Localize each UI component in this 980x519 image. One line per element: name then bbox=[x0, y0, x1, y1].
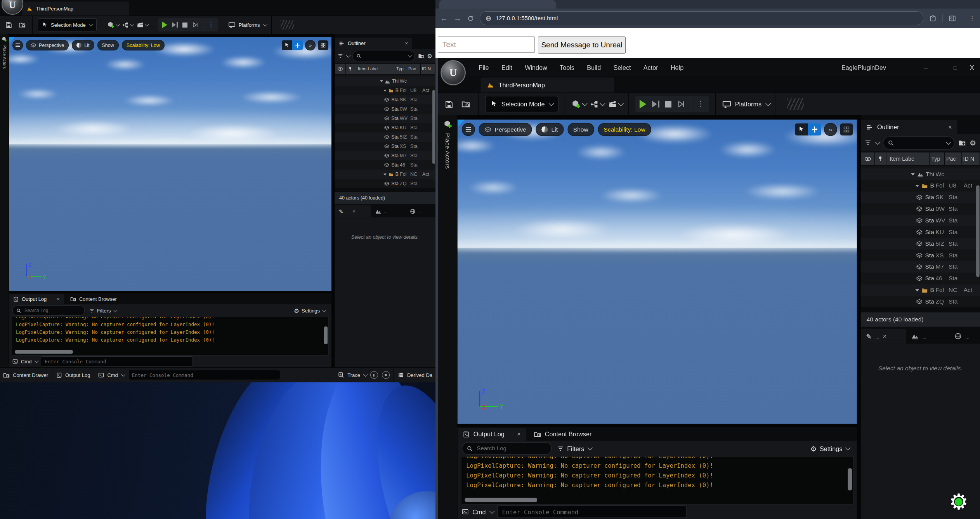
pixel-stream-area[interactable]: U File Edit Window Tools Build Select Ac… bbox=[438, 58, 980, 519]
window-close-button[interactable]: X bbox=[970, 64, 974, 71]
frame-skip-button[interactable] bbox=[172, 22, 178, 28]
frame-skip-button[interactable] bbox=[652, 101, 659, 107]
scalability-button[interactable]: Scalability: Low bbox=[122, 40, 165, 50]
new-folder-icon[interactable] bbox=[418, 53, 424, 59]
add-actor-button[interactable] bbox=[107, 21, 119, 29]
place-actors-strip[interactable]: Place Actors bbox=[0, 34, 9, 367]
filter-icon[interactable] bbox=[338, 53, 343, 59]
side-panel-icon[interactable] bbox=[949, 15, 956, 22]
gear-icon[interactable]: ⚙ bbox=[970, 139, 976, 146]
log-search-box[interactable] bbox=[462, 442, 552, 455]
viewport-menu-button[interactable] bbox=[12, 40, 23, 50]
level-viewport[interactable]: Perspective Lit Show Scalability: Low » bbox=[458, 120, 857, 424]
table-row[interactable]: Sta5IZSta bbox=[861, 238, 980, 250]
stream-settings-gear-button[interactable]: ⚙ bbox=[948, 491, 970, 513]
more-tools-button[interactable]: » bbox=[824, 123, 837, 136]
viewport-layout-button[interactable] bbox=[318, 40, 328, 50]
chevron-down-icon[interactable] bbox=[346, 53, 350, 57]
package-column-header[interactable]: Pac bbox=[945, 153, 961, 165]
type-column-header[interactable]: Typ bbox=[930, 153, 944, 165]
vertical-scrollbar[interactable] bbox=[848, 468, 852, 490]
stop-button[interactable] bbox=[665, 101, 671, 107]
browser-tab[interactable] bbox=[439, 0, 556, 9]
log-settings-dropdown[interactable]: ⚙ Settings bbox=[810, 445, 853, 452]
cmd-label[interactable]: Cmd bbox=[21, 359, 31, 365]
menu-window[interactable]: Window bbox=[525, 64, 547, 71]
derived-data-button[interactable]: Derived Da bbox=[398, 372, 432, 378]
tab-output-log[interactable]: Output Log × bbox=[458, 428, 526, 441]
lit-button[interactable]: Lit bbox=[72, 40, 94, 50]
horizontal-scrollbar[interactable] bbox=[465, 498, 537, 502]
place-actors-strip[interactable]: Place Actors bbox=[438, 115, 457, 519]
move-tool-button[interactable] bbox=[808, 123, 821, 135]
platforms-dropdown[interactable]: Platforms bbox=[228, 21, 266, 29]
perspective-button[interactable]: Perspective bbox=[479, 123, 532, 136]
visibility-column-header[interactable] bbox=[335, 64, 345, 74]
play-options-menu[interactable]: ⋮ bbox=[697, 100, 704, 108]
perspective-button[interactable]: Perspective bbox=[26, 40, 69, 50]
advance-button[interactable] bbox=[192, 22, 198, 28]
tab-content-browser[interactable]: Content Browser bbox=[526, 428, 599, 441]
table-row[interactable]: StaXSSta bbox=[335, 142, 435, 151]
back-button[interactable]: ← bbox=[440, 14, 448, 22]
filters-dropdown[interactable]: Filters bbox=[557, 445, 591, 452]
item-label-column-header[interactable]: Item Labe bbox=[355, 64, 395, 74]
table-row[interactable]: Sta46Sta bbox=[335, 160, 435, 170]
expand-arrow-icon[interactable] bbox=[915, 184, 919, 187]
table-row[interactable]: StaM7Sta bbox=[335, 151, 435, 160]
close-icon[interactable]: × bbox=[883, 333, 886, 339]
tab-world-settings[interactable]: ... bbox=[906, 329, 932, 344]
extensions-icon[interactable] bbox=[929, 15, 937, 22]
content-browser-button[interactable] bbox=[17, 20, 27, 30]
play-button[interactable] bbox=[162, 21, 167, 28]
content-drawer-button[interactable]: Content Drawer bbox=[3, 372, 48, 378]
table-row[interactable]: StaZQSta bbox=[335, 179, 435, 188]
close-icon[interactable]: × bbox=[352, 209, 356, 214]
browser-menu-button[interactable]: ⋮ bbox=[969, 14, 975, 23]
blueprints-button[interactable] bbox=[122, 22, 133, 28]
minimize-button[interactable]: – bbox=[924, 64, 928, 71]
type-column-header[interactable]: Typ bbox=[395, 64, 407, 74]
outliner-scrollbar[interactable] bbox=[432, 90, 435, 164]
site-info-globe-icon[interactable] bbox=[486, 16, 491, 21]
save-button[interactable] bbox=[3, 20, 14, 30]
tab-output-log[interactable]: Output Log × bbox=[9, 294, 64, 304]
id-column-header[interactable]: ID N bbox=[962, 153, 980, 165]
table-row[interactable]: StaZQSta bbox=[861, 296, 980, 307]
blueprints-button[interactable] bbox=[590, 100, 604, 108]
log-search-input[interactable] bbox=[476, 444, 547, 452]
select-tool-button[interactable] bbox=[795, 123, 808, 135]
filters-dropdown[interactable]: Filters bbox=[89, 308, 116, 314]
pin-column-header[interactable] bbox=[346, 64, 355, 74]
advance-button[interactable] bbox=[677, 100, 685, 108]
scalability-button[interactable]: Scalability: Low bbox=[598, 123, 651, 136]
package-column-header[interactable]: Pac bbox=[407, 64, 420, 74]
menu-edit[interactable]: Edit bbox=[501, 64, 512, 71]
tab-details[interactable]: ✎...× bbox=[335, 205, 371, 217]
table-row[interactable]: StaKUSta bbox=[335, 123, 435, 132]
expand-arrow-icon[interactable] bbox=[383, 90, 387, 92]
toolbar-grip[interactable] bbox=[787, 98, 803, 110]
platforms-dropdown[interactable]: Platforms bbox=[722, 99, 769, 109]
console-command-input[interactable] bbox=[41, 356, 193, 366]
move-tool-button[interactable] bbox=[292, 40, 303, 50]
new-folder-icon[interactable] bbox=[958, 139, 966, 147]
address-bar[interactable]: 127.0.0.1:5500/test.html bbox=[480, 11, 923, 25]
output-log-button[interactable]: Output Log bbox=[56, 372, 90, 378]
visibility-column-header[interactable] bbox=[861, 153, 874, 165]
log-settings-dropdown[interactable]: ⚙ Settings bbox=[294, 308, 328, 314]
more-tools-button[interactable]: » bbox=[305, 40, 316, 50]
select-tool-button[interactable] bbox=[282, 40, 292, 50]
menu-file[interactable]: File bbox=[479, 64, 489, 71]
tab-details[interactable]: ✎...× bbox=[861, 329, 906, 344]
table-row[interactable]: StaSKSta bbox=[335, 95, 435, 104]
toolbar-grip[interactable] bbox=[281, 20, 294, 30]
snapshot-status-icon[interactable] bbox=[382, 371, 390, 379]
table-row[interactable]: Sta0WSta bbox=[335, 104, 435, 114]
expand-arrow-icon[interactable] bbox=[911, 173, 915, 175]
table-row[interactable]: BFolU8Act bbox=[861, 180, 980, 192]
item-label-column-header[interactable]: Item Labe bbox=[886, 153, 930, 165]
insights-status-icon[interactable] bbox=[370, 371, 378, 379]
table-row[interactable]: Sta46Sta bbox=[861, 273, 980, 284]
table-row[interactable]: StaWVSta bbox=[861, 215, 980, 226]
